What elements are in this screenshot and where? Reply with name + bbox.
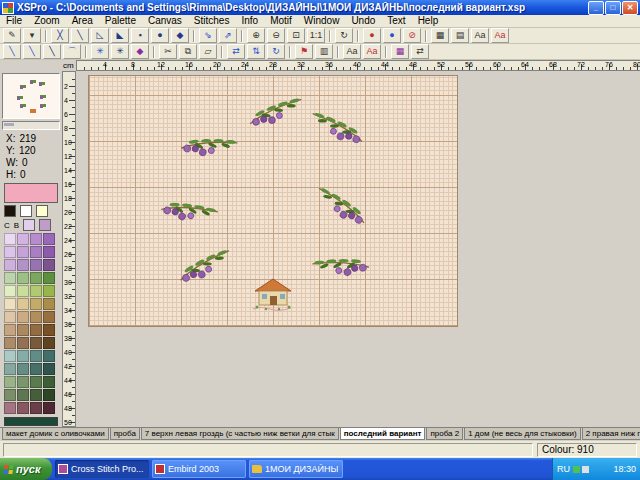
curve-stitch-tool[interactable]: ⌒ [63, 44, 81, 59]
palette-swatch[interactable] [30, 233, 42, 245]
palette-swatch[interactable] [36, 205, 48, 217]
zoom-in-tool[interactable]: ⊕ [247, 28, 265, 43]
palette-swatch[interactable] [43, 272, 55, 284]
palette-swatch[interactable] [43, 259, 55, 271]
design-tab[interactable]: последний вариант [340, 428, 426, 440]
design-tab[interactable]: проба [110, 428, 140, 440]
taskbar-clock[interactable]: 18:30 [613, 464, 636, 474]
palette-swatch[interactable] [4, 259, 16, 271]
palette-swatch[interactable] [4, 205, 16, 217]
menu-file[interactable]: File [0, 15, 28, 27]
palette-swatch[interactable] [4, 324, 16, 336]
menu-canvas[interactable]: Canvas [142, 15, 188, 27]
text-tool[interactable]: Aa [343, 44, 361, 59]
design-tab[interactable]: проба 2 [426, 428, 463, 440]
palette-swatch[interactable] [30, 402, 42, 414]
palette-swatch[interactable] [20, 205, 32, 217]
palette-swatch[interactable] [43, 389, 55, 401]
palette-swatch[interactable] [30, 376, 42, 388]
menu-zoom[interactable]: Zoom [28, 15, 66, 27]
chart-symbols-toggle[interactable]: ▥ [315, 44, 333, 59]
petite-stitch-tool[interactable]: ▪ [131, 28, 149, 43]
palette-swatch[interactable] [4, 337, 16, 349]
stitch-grid-canvas[interactable] [88, 75, 458, 327]
palette-swatch[interactable] [30, 350, 42, 362]
language-indicator[interactable]: RU [557, 464, 570, 474]
backstitch-thick-tool[interactable]: ╲ [43, 44, 61, 59]
title-bar[interactable]: XSPro - C:\Documents and Settings\Rimma\… [0, 0, 640, 15]
palette-swatch[interactable] [30, 337, 42, 349]
palette-swatch[interactable] [17, 246, 29, 258]
palette-swatch[interactable] [17, 233, 29, 245]
quarter-stitch-tool[interactable]: ◺ [91, 28, 109, 43]
grid-toggle[interactable]: ▦ [431, 28, 449, 43]
tray-icon[interactable] [573, 466, 580, 473]
knot-large-tool[interactable]: ✳ [111, 44, 129, 59]
palette-swatch[interactable] [4, 389, 16, 401]
menu-help[interactable]: Help [412, 15, 445, 27]
palette-swatch[interactable] [17, 272, 29, 284]
palette-swatch[interactable] [43, 246, 55, 258]
bead-small-tool[interactable]: ◆ [131, 44, 149, 59]
font-small-button[interactable]: Aa [471, 28, 489, 43]
bead-tool[interactable]: ◆ [171, 28, 189, 43]
palette-swatch[interactable] [43, 285, 55, 297]
palette-swatch[interactable] [30, 259, 42, 271]
palette-swatch[interactable] [30, 285, 42, 297]
palette-swatch[interactable] [43, 376, 55, 388]
copy-tool[interactable]: ⧉ [179, 44, 197, 59]
backstitch-thin-tool[interactable]: ╲ [3, 44, 21, 59]
taskbar-task-button[interactable]: Embird 2003 [152, 460, 246, 478]
palette-swatch[interactable] [43, 233, 55, 245]
palette-swatch[interactable] [30, 246, 42, 258]
maximize-button[interactable]: □ [605, 1, 621, 15]
palette-swatch[interactable] [4, 376, 16, 388]
palette-swatch[interactable] [17, 376, 29, 388]
knot-small-tool[interactable]: ✳ [91, 44, 109, 59]
palette-swatch[interactable] [43, 298, 55, 310]
palette-swatch[interactable] [17, 389, 29, 401]
palette-swatch[interactable] [43, 350, 55, 362]
palette-swatch[interactable] [4, 233, 16, 245]
menu-info[interactable]: Info [235, 15, 264, 27]
palette-swatch[interactable] [17, 350, 29, 362]
chart-view-toggle[interactable]: ▤ [451, 28, 469, 43]
palette-swatch[interactable] [17, 324, 29, 336]
palette-footer-swatch[interactable] [4, 417, 58, 426]
menu-text[interactable]: Text [381, 15, 411, 27]
slider-thumb[interactable] [4, 123, 14, 126]
no-stitch-tool[interactable]: ⊘ [403, 28, 421, 43]
palette-swatch[interactable] [43, 324, 55, 336]
move-tool[interactable]: ⇗ [219, 28, 237, 43]
selected-color-swatch[interactable] [4, 183, 58, 203]
design-tab[interactable]: 2 правая ниж гр... [582, 428, 640, 440]
font-large-button[interactable]: Aa [491, 28, 509, 43]
rotate-tool[interactable]: ↻ [267, 44, 285, 59]
palette-swatch[interactable] [43, 337, 55, 349]
thread-color-a[interactable]: ● [363, 28, 381, 43]
palette-swatch[interactable] [30, 311, 42, 323]
palette-swatch[interactable] [4, 350, 16, 362]
palette-swatch[interactable] [4, 246, 16, 258]
tray-icon[interactable] [582, 466, 589, 473]
palette-swatch[interactable] [30, 298, 42, 310]
design-tab[interactable]: 7 верхн левая гроздь (с частью ниж ветки… [141, 428, 339, 440]
palette-swatch[interactable] [30, 389, 42, 401]
palette-swatch[interactable] [4, 311, 16, 323]
pencil-tool[interactable]: ✎ [3, 28, 21, 43]
palette-swatch[interactable] [4, 272, 16, 284]
swap-colors-button[interactable]: ⇄ [411, 44, 429, 59]
zoom-out-tool[interactable]: ⊖ [267, 28, 285, 43]
text-color-tool[interactable]: Aa [363, 44, 381, 59]
minimize-button[interactable]: _ [588, 1, 604, 15]
menu-palette[interactable]: Palette [99, 15, 142, 27]
palette-editor-button[interactable]: ▦ [391, 44, 409, 59]
zoom-area-tool[interactable]: ⊡ [287, 28, 305, 43]
refresh-tool[interactable]: ↻ [335, 28, 353, 43]
palette-swatch[interactable] [17, 285, 29, 297]
mirror-vertical-tool[interactable]: ⇅ [247, 44, 265, 59]
palette-swatch[interactable] [17, 363, 29, 375]
thread-color-b[interactable]: ● [383, 28, 401, 43]
close-button[interactable]: ✕ [622, 1, 638, 15]
palette-swatch[interactable] [17, 259, 29, 271]
